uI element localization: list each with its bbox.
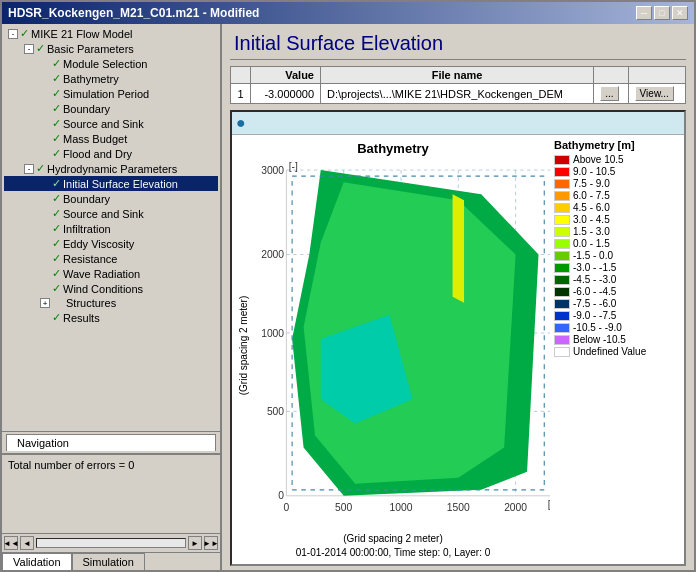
tree-view[interactable]: -✓MIKE 21 Flow Model-✓Basic Parameters✓M… xyxy=(2,24,220,431)
scroll-last[interactable]: ►► xyxy=(204,536,218,550)
tree-expand-btn[interactable]: - xyxy=(8,29,18,39)
view-button[interactable]: View... xyxy=(635,86,674,101)
legend-label-text: -7.5 - -6.0 xyxy=(573,298,616,309)
tree-check-icon: ✓ xyxy=(52,192,61,205)
legend-item: -7.5 - -6.0 xyxy=(554,298,680,309)
tree-item[interactable]: ✓Source and Sink xyxy=(4,116,218,131)
tree-item[interactable]: ✓Boundary xyxy=(4,191,218,206)
tree-item[interactable]: ✓Bathymetry xyxy=(4,71,218,86)
validation-bottom-tab[interactable]: Validation xyxy=(2,553,72,570)
legend-item: Above 10.5 xyxy=(554,154,680,165)
tree-item[interactable]: ✓Boundary xyxy=(4,101,218,116)
svg-text:[-]: [-] xyxy=(548,498,550,510)
main-layout: -✓MIKE 21 Flow Model-✓Basic Parameters✓M… xyxy=(2,24,694,570)
col-header-index xyxy=(231,67,251,84)
svg-text:2000: 2000 xyxy=(261,248,284,260)
close-button[interactable]: ✕ xyxy=(672,6,688,20)
tree-item[interactable]: ✓Source and Sink xyxy=(4,206,218,221)
navigation-section: Navigation xyxy=(2,431,220,453)
tree-expand-btn[interactable]: - xyxy=(24,44,34,54)
legend-label-text: -9.0 - -7.5 xyxy=(573,310,616,321)
tree-item-label: Initial Surface Elevation xyxy=(63,178,178,190)
tree-item[interactable]: ✓Flood and Dry xyxy=(4,146,218,161)
tree-item[interactable]: ✓Simulation Period xyxy=(4,86,218,101)
tree-check-icon: ✓ xyxy=(36,162,45,175)
tree-item-label: Hydrodynamic Parameters xyxy=(47,163,177,175)
legend-item: Below -10.5 xyxy=(554,334,680,345)
svg-text:0: 0 xyxy=(278,489,284,501)
title-bar: HDSR_Kockengen_M21_C01.m21 - Modified ─ … xyxy=(2,2,694,24)
tree-item-label: Simulation Period xyxy=(63,88,149,100)
navigation-tab[interactable]: Navigation xyxy=(6,434,216,451)
svg-text:2000: 2000 xyxy=(504,501,527,513)
tree-item[interactable]: ✓Eddy Viscosity xyxy=(4,236,218,251)
tree-expand-btn[interactable]: - xyxy=(24,164,34,174)
legend-label-text: 0.0 - 1.5 xyxy=(573,238,610,249)
legend-color-swatch xyxy=(554,227,570,237)
maximize-button[interactable]: □ xyxy=(654,6,670,20)
tree-check-icon: ✓ xyxy=(52,207,61,220)
tree-item[interactable]: -✓Basic Parameters xyxy=(4,41,218,56)
legend-label-text: 9.0 - 10.5 xyxy=(573,166,615,177)
legend-item: -3.0 - -1.5 xyxy=(554,262,680,273)
legend-item: 4.5 - 6.0 xyxy=(554,202,680,213)
tree-item-label: Boundary xyxy=(63,103,110,115)
legend-color-swatch xyxy=(554,167,570,177)
tree-check-icon: ✓ xyxy=(52,311,61,324)
legend-items: Above 10.59.0 - 10.57.5 - 9.06.0 - 7.54.… xyxy=(554,154,680,357)
chart-title: Bathymetry xyxy=(236,139,550,158)
tree-check-icon: ✓ xyxy=(36,42,45,55)
minimize-button[interactable]: ─ xyxy=(636,6,652,20)
scroll-track[interactable] xyxy=(36,538,186,548)
legend-color-swatch xyxy=(554,263,570,273)
legend-color-swatch xyxy=(554,239,570,249)
window-title: HDSR_Kockengen_M21_C01.m21 - Modified xyxy=(8,6,259,20)
scrollbar: ◄◄ ◄ ► ►► xyxy=(2,533,220,552)
legend-color-swatch xyxy=(554,299,570,309)
legend-label-text: -1.5 - 0.0 xyxy=(573,250,613,261)
svg-text:500: 500 xyxy=(335,501,352,513)
scroll-next[interactable]: ► xyxy=(188,536,202,550)
tree-item[interactable]: -✓MIKE 21 Flow Model xyxy=(4,26,218,41)
col-header-value: Value xyxy=(251,67,321,84)
svg-text:[-]: [-] xyxy=(289,160,298,172)
tree-item-label: Source and Sink xyxy=(63,208,144,220)
scroll-first[interactable]: ◄◄ xyxy=(4,536,18,550)
legend-item: 7.5 - 9.0 xyxy=(554,178,680,189)
tree-item[interactable]: ✓Infiltration xyxy=(4,221,218,236)
tree-check-icon: ✓ xyxy=(52,237,61,250)
tree-item-label: Wind Conditions xyxy=(63,283,143,295)
tree-item-label: Results xyxy=(63,312,100,324)
tree-check-icon: ✓ xyxy=(52,132,61,145)
y-axis-label: (Grid spacing 2 meter) xyxy=(239,295,250,394)
simulation-bottom-tab[interactable]: Simulation xyxy=(72,553,145,570)
tree-item[interactable]: ✓Module Selection xyxy=(4,56,218,71)
dots-button[interactable]: ... xyxy=(600,86,618,101)
bottom-tabs: Validation Simulation xyxy=(2,552,220,570)
chart-container: ● Bathymetry (Grid spacing 2 meter) xyxy=(222,110,694,570)
error-status: Total number of errors = 0 xyxy=(8,459,214,471)
page-title: Initial Surface Elevation xyxy=(234,32,682,55)
legend-label-text: Below -10.5 xyxy=(573,334,626,345)
tree-check-icon: ✓ xyxy=(20,27,29,40)
tree-item[interactable]: ✓Results xyxy=(4,310,218,325)
tree-item[interactable]: +Structures xyxy=(4,296,218,310)
legend-color-swatch xyxy=(554,323,570,333)
tree-item[interactable]: ✓Mass Budget xyxy=(4,131,218,146)
tree-item[interactable]: ✓Wave Radiation xyxy=(4,266,218,281)
svg-text:1000: 1000 xyxy=(390,501,413,513)
scroll-prev[interactable]: ◄ xyxy=(20,536,34,550)
tree-check-icon: ✓ xyxy=(52,57,61,70)
tree-item[interactable]: -✓Hydrodynamic Parameters xyxy=(4,161,218,176)
svg-text:1500: 1500 xyxy=(447,501,470,513)
tree-item-label: Mass Budget xyxy=(63,133,127,145)
tree-item[interactable]: ✓Resistance xyxy=(4,251,218,266)
tree-expand-btn[interactable]: + xyxy=(40,298,50,308)
tree-item[interactable]: ✓Initial Surface Elevation xyxy=(4,176,218,191)
chart-box: ● Bathymetry (Grid spacing 2 meter) xyxy=(230,110,686,566)
legend-label-text: 3.0 - 4.5 xyxy=(573,214,610,225)
row-value: -3.000000 xyxy=(251,84,321,104)
tree-item[interactable]: ✓Wind Conditions xyxy=(4,281,218,296)
chart-legend: Bathymetry [m] Above 10.59.0 - 10.57.5 -… xyxy=(550,139,680,560)
legend-color-swatch xyxy=(554,179,570,189)
